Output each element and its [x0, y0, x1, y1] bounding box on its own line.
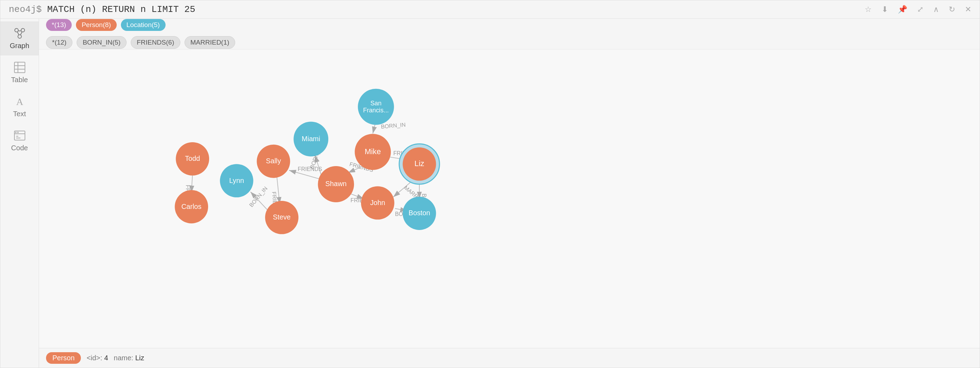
badge-married[interactable]: MARRIED(1): [185, 36, 235, 49]
badge-all-nodes[interactable]: *(13): [46, 19, 72, 31]
sidebar: Graph Table A Text: [0, 19, 39, 368]
svg-point-14: [17, 132, 19, 133]
svg-text:John: John: [370, 199, 385, 206]
graph-icon: [13, 27, 26, 40]
edge-label-sf-mike: BORN_IN: [381, 122, 406, 130]
svg-line-4: [17, 32, 19, 35]
filter-row-2: *(12) BORN_IN(5) FRIENDS(6) MARRIED(1): [46, 36, 973, 49]
graph-canvas[interactable]: BORN_IN FRIENDS FRIENDS BORN_IN FRIENDS: [39, 49, 980, 348]
content-area: *(13) Person(8) Location(5) *(12) BORN_I…: [39, 19, 980, 368]
graph-svg: BORN_IN FRIENDS FRIENDS BORN_IN FRIENDS: [39, 49, 980, 348]
sidebar-item-graph[interactable]: Graph: [0, 21, 39, 56]
status-name-label: name:: [114, 354, 135, 362]
filter-bar: *(13) Person(8) Location(5) *(12) BORN_I…: [39, 19, 980, 49]
titlebar: neo4j$ MATCH (n) RETURN n LIMIT 25 ☆ ⬇ 📌…: [0, 0, 980, 19]
table-icon: [13, 61, 26, 74]
text-icon: A: [13, 95, 26, 108]
svg-line-5: [21, 32, 22, 35]
badge-all-rels[interactable]: *(12): [46, 36, 72, 49]
sidebar-item-table[interactable]: Table: [0, 56, 39, 90]
close-icon[interactable]: ✕: [965, 5, 971, 14]
collapse-icon[interactable]: ∧: [933, 5, 939, 14]
pin-icon[interactable]: 📌: [898, 5, 907, 14]
svg-point-2: [18, 35, 21, 38]
star-icon[interactable]: ☆: [865, 5, 872, 14]
main-area: Graph Table A Text: [0, 19, 980, 368]
svg-text:Shawn: Shawn: [326, 180, 347, 187]
badge-location[interactable]: Location(5): [121, 19, 165, 31]
query-prompt: neo4j$: [9, 4, 42, 15]
expand-icon[interactable]: ⤢: [917, 5, 923, 14]
code-icon: [13, 129, 26, 142]
titlebar-actions: ☆ ⬇ 📌 ⤢ ∧ ↻ ✕: [865, 5, 971, 14]
sidebar-code-label: Code: [11, 144, 28, 152]
app-window: neo4j$ MATCH (n) RETURN n LIMIT 25 ☆ ⬇ 📌…: [0, 0, 980, 368]
edge-label-shawn-sally: FRIENDS: [298, 166, 322, 172]
svg-rect-6: [14, 62, 25, 73]
svg-text:Mike: Mike: [365, 147, 381, 156]
sidebar-item-text[interactable]: A Text: [0, 90, 39, 124]
status-id-label: <id>:: [86, 354, 104, 362]
sidebar-graph-label: Graph: [10, 42, 30, 50]
sidebar-text-label: Text: [13, 110, 26, 118]
svg-text:Boston: Boston: [409, 209, 430, 217]
edge-label-steve-lynn: BORN_IN: [248, 186, 269, 208]
svg-point-13: [15, 132, 16, 133]
status-type-badge: Person: [46, 352, 81, 364]
query-body: MATCH (n) RETURN n LIMIT 25: [47, 4, 195, 15]
badge-friends[interactable]: FRIENDS(6): [131, 36, 180, 49]
svg-text:San: San: [371, 100, 382, 107]
svg-text:Miami: Miami: [302, 135, 320, 143]
status-name-value: Liz: [135, 354, 145, 362]
svg-text:A: A: [16, 96, 23, 107]
refresh-icon[interactable]: ↻: [949, 5, 955, 14]
badge-person[interactable]: Person(8): [76, 19, 116, 31]
filter-row-1: *(13) Person(8) Location(5): [46, 19, 973, 31]
svg-point-1: [21, 29, 25, 32]
svg-text:Liz: Liz: [414, 159, 424, 168]
status-id-value: 4: [104, 354, 108, 362]
download-icon[interactable]: ⬇: [881, 5, 888, 14]
svg-point-0: [15, 29, 18, 32]
svg-text:Lynn: Lynn: [229, 177, 244, 184]
sidebar-item-code[interactable]: Code: [0, 124, 39, 158]
svg-text:Francis...: Francis...: [363, 107, 389, 114]
status-id: <id>: 4: [86, 354, 108, 362]
status-name: name: Liz: [114, 354, 145, 362]
svg-text:Todd: Todd: [185, 154, 200, 162]
svg-text:Steve: Steve: [273, 213, 291, 221]
svg-text:Carlos: Carlos: [181, 203, 201, 210]
sidebar-table-label: Table: [11, 76, 28, 84]
svg-text:Sally: Sally: [266, 157, 281, 165]
edge-todd-carlos: [192, 174, 192, 192]
badge-born-in[interactable]: BORN_IN(5): [76, 36, 127, 49]
status-bar: Person <id>: 4 name: Liz: [39, 348, 980, 368]
query-display: neo4j$ MATCH (n) RETURN n LIMIT 25: [9, 4, 865, 15]
